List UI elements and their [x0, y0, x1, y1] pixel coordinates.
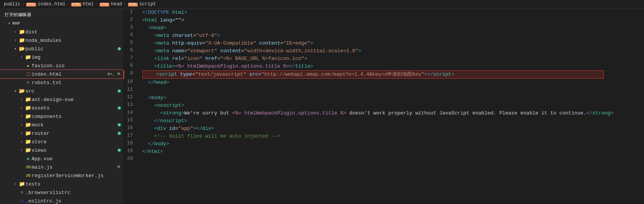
- folder-icon-dist: 📁: [18, 29, 25, 35]
- arrow-src: ▾: [12, 89, 18, 93]
- line-content: </html>: [139, 148, 644, 156]
- code-table: 1<!DOCTYPE html>2<html lang="">3 <head>4…: [123, 9, 644, 163]
- table-row: 17 <!-- built files will be auto injecte…: [124, 133, 644, 140]
- table-row: 19</html>: [124, 148, 644, 156]
- line-content: </body>: [139, 140, 644, 148]
- line-content: <meta charset="utf-8">: [139, 32, 644, 40]
- breadcrumb-html-icon4: HTML: [128, 2, 138, 7]
- sidebar-item-indexhtml[interactable]: ⬡ index.html 9+, M: [0, 70, 123, 78]
- line-number: 10: [124, 79, 139, 86]
- line-content: <script type="text/javascript" src="http…: [139, 70, 644, 79]
- sidebar-header: 打开的编辑器: [0, 10, 123, 19]
- breadcrumb-sep2: ›: [67, 2, 70, 7]
- sidebar-item-ant[interactable]: › 📁 ant-design-vue: [0, 95, 123, 104]
- sidebar-item-router[interactable]: › 📁 router: [0, 129, 123, 138]
- breadcrumb: public › HTML index.html › HTML html › H…: [0, 0, 644, 9]
- line-number: 11: [124, 86, 139, 94]
- line-number: 4: [124, 32, 139, 40]
- sidebar-label-indexhtml: index.html: [32, 71, 107, 77]
- sidebar-label-public: public: [25, 46, 118, 52]
- sidebar-label-map: MAP: [12, 21, 123, 26]
- main-area: 打开的编辑器 ▾ MAP › 📁 dist › 📁 node_modules: [0, 9, 644, 204]
- line-content: <strong>We're sorry but <%= htmlWebpackP…: [139, 109, 644, 117]
- folder-icon-img: 📁: [25, 54, 32, 60]
- sidebar-item-img[interactable]: › 📁 img: [0, 53, 123, 61]
- line-content: <meta name="viewport" content="width=dev…: [139, 47, 644, 55]
- sidebar-label-register: registerServiceWorker.js: [32, 173, 123, 179]
- sidebar-item-src[interactable]: ▾ 📂 src: [0, 87, 123, 95]
- arrow-public: ▾: [12, 46, 18, 51]
- sidebar-item-robots[interactable]: ≡ robots.txt: [0, 78, 123, 87]
- table-row: 5 <meta http-equiv="X-UA-Compatible" con…: [124, 40, 644, 47]
- sidebar-item-favicon[interactable]: ★ favicon.ico: [0, 61, 123, 70]
- sidebar-item-assets[interactable]: › 📁 assets: [0, 104, 123, 112]
- table-row: 20: [124, 156, 644, 163]
- editor-area[interactable]: 1<!DOCTYPE html>2<html lang="">3 <head>4…: [123, 9, 644, 204]
- arrow-node-modules: ›: [12, 38, 18, 43]
- folder-icon-assets: 📁: [25, 105, 32, 111]
- sidebar-label-assets: assets: [32, 105, 118, 111]
- table-row: 6 <meta name="viewport" content="width=d…: [124, 47, 644, 55]
- dot-src: [118, 90, 121, 93]
- table-row: 16 <div id="app"></div>: [124, 125, 644, 133]
- breadcrumb-public[interactable]: public: [4, 2, 20, 7]
- sidebar-item-views[interactable]: › 📁 views: [0, 146, 123, 154]
- line-content: <div id="app"></div>: [139, 125, 644, 133]
- sidebar-label-store: store: [32, 139, 123, 145]
- sidebar-item-tests[interactable]: › 📁 tests: [0, 180, 123, 188]
- line-content: <head>: [139, 24, 644, 32]
- line-content: <!-- built files will be auto injected -…: [139, 133, 644, 140]
- folder-icon-src: 📂: [18, 88, 25, 94]
- breadcrumb-html-icon3: HTML: [100, 2, 110, 7]
- html-file-icon: ⬡: [25, 71, 32, 77]
- eslint-icon: ◎: [18, 198, 25, 204]
- breadcrumb-indexhtml[interactable]: index.html: [38, 2, 65, 7]
- sidebar-item-node-modules[interactable]: › 📁 node_modules: [0, 36, 123, 45]
- sidebar-label-tests: tests: [25, 181, 123, 187]
- sidebar-item-appvue[interactable]: ◈ App.vue: [0, 154, 123, 163]
- line-content: <meta http-equiv="X-UA-Compatible" conte…: [139, 40, 644, 47]
- line-number: 18: [124, 140, 139, 148]
- breadcrumb-sep3: ›: [95, 2, 98, 7]
- sidebar-item-store[interactable]: › 📁 store: [0, 138, 123, 146]
- sidebar-item-dist[interactable]: › 📁 dist: [0, 28, 123, 36]
- folder-icon-public: 📂: [18, 46, 25, 52]
- table-row: 4 <meta charset="utf-8">: [124, 32, 644, 40]
- line-content: [139, 86, 644, 94]
- sidebar-label-dist: dist: [25, 29, 123, 35]
- sidebar-label-favicon: favicon.ico: [32, 63, 123, 69]
- folder-icon-ant: 📁: [25, 96, 32, 103]
- line-number: 2: [124, 17, 139, 24]
- sidebar-item-eslintrc[interactable]: ◎ .eslintrc.js: [0, 197, 123, 204]
- line-number: 1: [124, 9, 139, 17]
- line-number: 3: [124, 24, 139, 32]
- sidebar-item-map[interactable]: ▾ MAP: [0, 19, 123, 28]
- js-file-icon-register: JS: [25, 173, 32, 178]
- sidebar-item-mainjs[interactable]: JS main.js M: [0, 163, 123, 171]
- table-row: 10 </head>: [124, 79, 644, 86]
- arrow-map: ▾: [6, 21, 12, 26]
- line-number: 15: [124, 117, 139, 125]
- breadcrumb-html[interactable]: html: [83, 2, 94, 7]
- sidebar-item-mock[interactable]: › 📁 mock: [0, 121, 123, 129]
- sidebar-label-components: components: [32, 114, 123, 119]
- dot-assets: [118, 106, 121, 109]
- line-content: </head>: [139, 79, 644, 86]
- vue-file-icon: ◈: [25, 156, 32, 162]
- sidebar-item-components[interactable]: › 📁 components: [0, 112, 123, 121]
- breadcrumb-head[interactable]: head: [111, 2, 122, 7]
- sidebar-item-browserslistrc[interactable]: ≡ .browserslistrc: [0, 188, 123, 197]
- star-icon: ★: [25, 63, 32, 69]
- dot-router: [118, 132, 121, 135]
- arrow-views: ›: [18, 148, 25, 153]
- sidebar-item-register[interactable]: JS registerServiceWorker.js: [0, 171, 123, 180]
- sidebar-item-public[interactable]: ▾ 📂 public: [0, 45, 123, 53]
- arrow-dist: ›: [12, 30, 18, 34]
- arrow-tests: ›: [12, 182, 18, 186]
- line-number: 12: [124, 94, 139, 102]
- breadcrumb-script[interactable]: script: [139, 2, 156, 7]
- table-row: 2<html lang="">: [124, 17, 644, 24]
- browserslistrc-icon: ≡: [18, 190, 25, 196]
- line-content: </noscript>: [139, 117, 644, 125]
- line-number: 14: [124, 109, 139, 117]
